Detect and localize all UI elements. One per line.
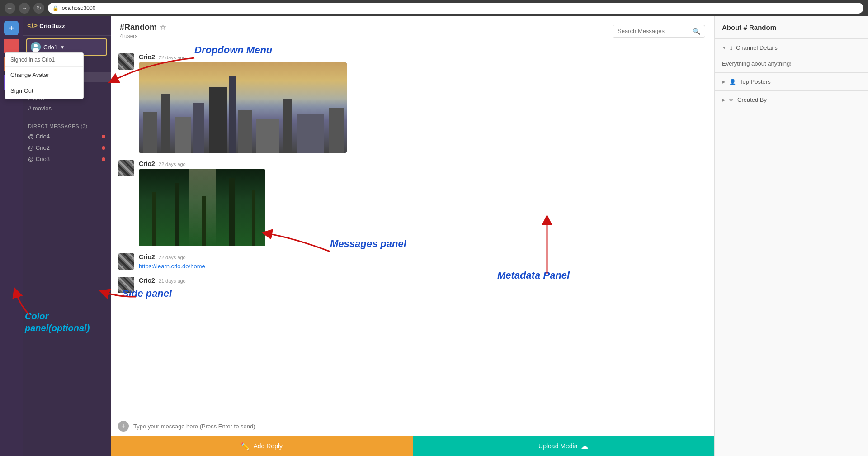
- star-icon[interactable]: ☆: [160, 23, 166, 32]
- message-group: Crio2 22 days ago: [118, 53, 707, 153]
- message-username: Crio2: [139, 160, 155, 167]
- unread-dot: [102, 146, 105, 150]
- avatar: [118, 253, 134, 270]
- search-bar: 🔍: [613, 25, 705, 38]
- url-text: localhost:3000: [61, 5, 95, 11]
- created-by-section: ▶ ✏ Created By: [715, 91, 868, 109]
- messages-panel[interactable]: Crio2 22 days ago: [111, 46, 714, 416]
- message-time: 22 days ago: [159, 255, 186, 260]
- avatar: [31, 42, 41, 52]
- city-image: [139, 62, 347, 153]
- back-button[interactable]: ←: [5, 3, 15, 14]
- signed-in-label: Signed in as Crio1: [5, 53, 83, 67]
- dm-name-crio4: @ Crio4: [28, 133, 50, 140]
- top-posters-label: Top Posters: [740, 78, 771, 85]
- message-group: Crio2 22 days ago https://learn.crio.do/…: [118, 253, 707, 270]
- channel-name-text: #Random: [120, 23, 157, 32]
- dm-crio4[interactable]: @ Crio4: [23, 131, 111, 142]
- url-bar[interactable]: 🔒 localhost:3000: [48, 3, 863, 14]
- add-reply-button[interactable]: ✏️ Add Reply: [111, 436, 413, 456]
- add-media-button[interactable]: +: [118, 421, 129, 432]
- channel-header: #Random ☆ 4 users 🔍: [111, 16, 714, 46]
- reload-button[interactable]: ↻: [33, 3, 44, 14]
- message-link[interactable]: https://learn.crio.do/home: [139, 263, 205, 270]
- color-red-icon[interactable]: [4, 39, 19, 53]
- chevron-down-icon: ▼: [722, 45, 726, 50]
- pencil-icon: ✏: [729, 97, 734, 103]
- message-input-area: +: [111, 416, 714, 436]
- app-header: </> CrioBuzz: [23, 16, 111, 36]
- created-by-label: Created By: [737, 96, 767, 103]
- sign-out-button[interactable]: Sign Out: [5, 83, 83, 99]
- message-content: Crio2 21 days ago: [139, 277, 186, 293]
- message-header: Crio2 21 days ago: [139, 277, 186, 284]
- lock-icon: 🔒: [52, 5, 59, 11]
- message-content: Crio2 22 days ago: [139, 160, 265, 246]
- upload-media-label: Upload Media: [538, 442, 577, 450]
- svg-point-1: [34, 44, 38, 48]
- message-group: Crio2 21 days ago: [118, 277, 707, 293]
- metadata-panel: About # Random ▼ ℹ Channel Details Every…: [714, 16, 868, 456]
- dm-section: DIRECT MESSAGES (3) @ Crio4 @ Crio2 @ Cr…: [23, 117, 111, 168]
- forest-image: [139, 169, 265, 246]
- channel-details-header[interactable]: ▼ ℹ Channel Details: [715, 39, 868, 57]
- dm-label: DIRECT MESSAGES (3): [23, 121, 111, 131]
- search-icon: 🔍: [693, 28, 700, 35]
- avatar: [118, 53, 134, 70]
- username-label: Crio1: [43, 44, 57, 51]
- message-header: Crio2 22 days ago: [139, 53, 347, 61]
- unread-dot: [102, 135, 105, 138]
- forward-button[interactable]: →: [19, 3, 30, 14]
- message-content: Crio2 22 days ago: [139, 53, 347, 153]
- upload-icon: ☁: [581, 442, 588, 451]
- browser-bar: ← → ↻ 🔒 localhost:3000: [0, 0, 868, 16]
- channel-title-area: #Random ☆ 4 users: [120, 23, 166, 39]
- message-username: Crio2: [139, 277, 155, 284]
- channel-description: Everything about anything!: [715, 57, 868, 72]
- top-posters-header[interactable]: ▶ 👤 Top Posters: [715, 73, 868, 90]
- search-input[interactable]: [618, 28, 690, 34]
- channel-details-label: Channel Details: [736, 44, 778, 51]
- message-group: Crio2 22 days ago: [118, 160, 707, 246]
- add-reply-label: Add Reply: [253, 442, 283, 450]
- message-username: Crio2: [139, 253, 155, 261]
- add-icon[interactable]: +: [4, 21, 19, 35]
- dm-crio3[interactable]: @ Crio3: [23, 153, 111, 165]
- chevron-right-icon: ▶: [722, 79, 726, 84]
- app-logo: </> CrioBuzz: [27, 22, 65, 30]
- message-header: Crio2 22 days ago: [139, 253, 205, 261]
- message-header: Crio2 22 days ago: [139, 160, 265, 167]
- action-bar: ✏️ Add Reply Upload Media ☁: [111, 436, 714, 456]
- logo-brackets: </>: [27, 22, 38, 30]
- message-time: 22 days ago: [159, 55, 186, 60]
- message-time: 21 days ago: [159, 278, 186, 284]
- metadata-title: About # Random: [715, 16, 868, 39]
- channel-users: 4 users: [120, 33, 166, 39]
- avatar: [118, 160, 134, 176]
- top-posters-section: ▶ 👤 Top Posters: [715, 73, 868, 91]
- change-avatar-button[interactable]: Change Avatar: [5, 67, 83, 83]
- channel-name-movies: # movies: [28, 105, 52, 112]
- side-panel: </> CrioBuzz Crio1 ▼ Signed in as Crio1 …: [23, 16, 111, 456]
- dm-crio2[interactable]: @ Crio2: [23, 142, 111, 153]
- message-input[interactable]: [133, 423, 707, 430]
- avatar: [118, 277, 134, 293]
- message-content: Crio2 22 days ago https://learn.crio.do/…: [139, 253, 205, 270]
- dm-name-crio3: @ Crio3: [28, 156, 50, 162]
- message-username: Crio2: [139, 53, 155, 61]
- message-time: 22 days ago: [159, 162, 186, 167]
- channel-details-section: ▼ ℹ Channel Details Everything about any…: [715, 39, 868, 73]
- dm-name-crio2: @ Crio2: [28, 144, 50, 151]
- chevron-right-icon: ▶: [722, 97, 726, 102]
- channel-name: #Random ☆: [120, 23, 166, 32]
- created-by-header[interactable]: ▶ ✏ Created By: [715, 91, 868, 109]
- unread-dot: [102, 157, 105, 161]
- reply-icon: ✏️: [241, 442, 250, 451]
- channel-item-movies[interactable]: # movies: [23, 103, 111, 114]
- chevron-down-icon: ▼: [60, 45, 65, 50]
- main-content: #Random ☆ 4 users 🔍 Crio2: [111, 16, 714, 456]
- info-icon: ℹ: [730, 45, 732, 51]
- dropdown-menu: Signed in as Crio1 Change Avatar Sign Ou…: [5, 52, 84, 99]
- app-name: CrioBuzz: [39, 23, 65, 29]
- upload-media-button[interactable]: Upload Media ☁: [413, 436, 715, 456]
